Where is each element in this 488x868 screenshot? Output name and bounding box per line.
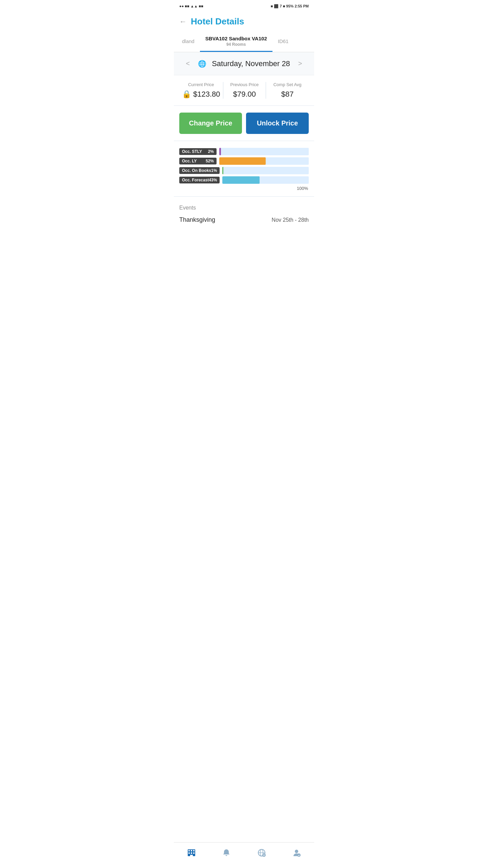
current-price-amount: $123.80 xyxy=(193,90,220,99)
svg-point-13 xyxy=(297,853,301,857)
change-price-button[interactable]: Change Price xyxy=(179,113,242,134)
events-title: Events xyxy=(179,205,309,211)
date-navigator: < 🌐 Saturday, November 28 > xyxy=(174,52,314,75)
date-next-button[interactable]: > xyxy=(296,58,305,69)
chart-label-1: Occ. LY52% xyxy=(179,158,217,164)
status-bar-right: ■ ⬛ 7 ■ 95% 2:55 PM xyxy=(271,4,309,8)
comp-set-label: Comp Set Avg xyxy=(269,82,306,87)
tab-bar: dland SBVA102 Sandbox VA102 94 Rooms ID6… xyxy=(174,32,314,52)
chart-row-2: Occ. On Books1% xyxy=(179,167,309,174)
hotel-icon xyxy=(187,848,196,860)
date-prev-button[interactable]: < xyxy=(183,58,192,69)
tab-dland[interactable]: dland xyxy=(177,35,200,49)
svg-rect-7 xyxy=(190,855,193,856)
current-price-col: Current Price 🔒 $123.80 xyxy=(179,82,223,99)
globe-icon: 🌐 xyxy=(198,60,206,68)
chart-bar-container-1 xyxy=(219,157,309,165)
chart-bar-0 xyxy=(219,148,221,155)
svg-rect-5 xyxy=(191,852,192,854)
action-buttons: Change Price Unlock Price xyxy=(174,106,314,141)
event-date: Nov 25th - 28th xyxy=(272,217,309,223)
bell-icon xyxy=(222,848,231,860)
current-price-value: 🔒 $123.80 xyxy=(182,90,220,99)
profile-nav-item[interactable] xyxy=(286,847,307,861)
chart-row-0: Occ. STLY2% xyxy=(179,148,309,155)
status-bar: ●● ■■ ▲▲ ■■ ■ ⬛ 7 ■ 95% 2:55 PM xyxy=(174,0,314,12)
chart-label-0: Occ. STLY2% xyxy=(179,148,217,155)
status-bar-left: ●● ■■ ▲▲ ■■ xyxy=(179,4,203,8)
chart-label-3: Occ. Forecast43% xyxy=(179,177,220,183)
unlock-price-button[interactable]: Unlock Price xyxy=(246,113,309,134)
globe-nav-icon xyxy=(257,848,266,860)
svg-rect-2 xyxy=(191,850,192,851)
alerts-nav-item[interactable] xyxy=(216,847,237,861)
profile-icon xyxy=(292,848,301,860)
current-price-label: Current Price xyxy=(182,82,220,87)
tab-sbva102-subtitle: 94 Rooms xyxy=(205,42,267,47)
chart-row-3: Occ. Forecast43% xyxy=(179,176,309,184)
chart-bar-1 xyxy=(219,157,266,165)
previous-price-amount: $79.00 xyxy=(226,90,263,99)
tab-sbva102[interactable]: SBVA102 Sandbox VA102 94 Rooms xyxy=(200,32,272,52)
comp-set-amount: $87 xyxy=(269,90,306,99)
comp-set-col: Comp Set Avg $87 xyxy=(266,82,309,99)
svg-rect-6 xyxy=(193,852,195,854)
chart-bar-2 xyxy=(222,167,223,174)
selected-date: Saturday, November 28 xyxy=(212,59,290,68)
bottom-nav xyxy=(174,842,314,868)
tab-id61[interactable]: ID61 xyxy=(272,35,294,49)
chart-bar-container-0 xyxy=(219,148,309,155)
previous-price-col: Previous Price $79.00 xyxy=(223,82,266,99)
chart-bar-container-3 xyxy=(222,176,309,184)
price-section: Current Price 🔒 $123.80 Previous Price $… xyxy=(174,75,314,106)
svg-rect-1 xyxy=(188,850,190,851)
event-row: Thanksgiving Nov 25th - 28th xyxy=(179,216,309,223)
svg-rect-4 xyxy=(188,852,190,854)
tab-dland-label: dland xyxy=(182,38,195,44)
chart-label-2: Occ. On Books1% xyxy=(179,167,220,174)
chart-row-1: Occ. LY52% xyxy=(179,157,309,165)
tab-sbva102-label: SBVA102 Sandbox VA102 xyxy=(205,36,267,41)
event-name: Thanksgiving xyxy=(179,216,215,223)
lock-icon: 🔒 xyxy=(182,90,191,99)
tab-id61-label: ID61 xyxy=(278,38,289,44)
svg-point-12 xyxy=(295,850,298,853)
svg-rect-3 xyxy=(193,850,195,851)
chart-max-label: 100% xyxy=(179,186,309,191)
previous-price-label: Previous Price xyxy=(226,82,263,87)
back-button[interactable]: ← xyxy=(179,17,187,26)
occupancy-chart: Occ. STLY2%Occ. LY52%Occ. On Books1%Occ.… xyxy=(174,141,314,197)
chart-bar-container-2 xyxy=(222,167,309,174)
events-section: Events Thanksgiving Nov 25th - 28th xyxy=(174,197,314,229)
page-title: Hotel Details xyxy=(191,16,244,27)
header: ← Hotel Details xyxy=(174,12,314,32)
globe-nav-item[interactable] xyxy=(251,847,272,861)
chart-bar-3 xyxy=(222,176,259,184)
hotel-nav-item[interactable] xyxy=(181,847,202,861)
